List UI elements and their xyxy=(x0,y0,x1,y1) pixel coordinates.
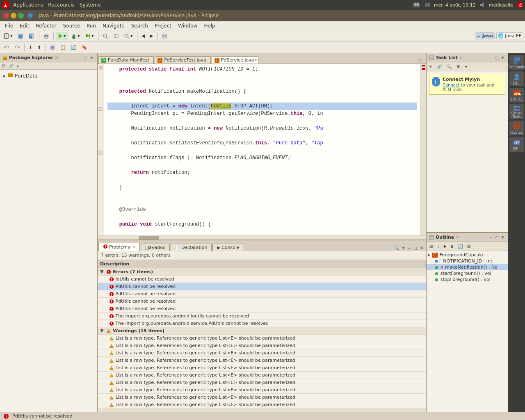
back-button[interactable]: ◀ xyxy=(139,32,147,40)
side-icon-java-ee[interactable]: Java EE xyxy=(509,121,524,135)
minimize-editor-button[interactable]: − xyxy=(412,58,417,64)
error-row-5[interactable]: ! The import org.puredata.android.ioutil… xyxy=(98,313,426,320)
open-type-button[interactable] xyxy=(100,32,110,40)
menu-refactor[interactable]: Refactor xyxy=(32,22,59,30)
menu-source[interactable]: Source xyxy=(60,22,83,30)
maximize-bottom-button[interactable]: □ xyxy=(413,245,418,251)
view-menu-button[interactable]: ▾ xyxy=(89,55,94,61)
redo-button[interactable] xyxy=(12,44,22,51)
error-row-3[interactable]: ! PdUtils cannot be resolved xyxy=(98,298,426,305)
menu-run[interactable]: Run xyxy=(83,22,99,30)
close-bottom-button[interactable]: ✕ xyxy=(419,245,425,251)
undo-button[interactable] xyxy=(2,44,11,51)
task-menu-button[interactable]: ▾ xyxy=(463,63,469,70)
error-row-0[interactable]: ! IoUtils cannot be resolved xyxy=(98,276,426,283)
outline-synch-button[interactable]: 🔄 xyxy=(456,243,465,250)
menu-project[interactable]: Project xyxy=(151,22,175,30)
synch-button[interactable]: 🔄 xyxy=(69,43,79,51)
side-icon-ed[interactable]: Ed... xyxy=(509,71,524,86)
menu-window[interactable]: Window xyxy=(175,22,201,30)
java-perspective[interactable]: ☕ Java xyxy=(475,32,495,39)
warning-row-0[interactable]: ! List is a raw type. References to gene… xyxy=(98,335,426,342)
error-row-6[interactable]: ! The import org.puredata.android.servic… xyxy=(98,320,426,327)
warning-row-3[interactable]: ! List is a raw type. References to gene… xyxy=(98,357,426,364)
warning-row-6[interactable]: ! List is a raw type. References to gene… xyxy=(98,379,426,386)
errors-group-header[interactable]: ▼ ! Errors (7 items) xyxy=(98,268,426,276)
outline-view-menu[interactable]: ▾ xyxy=(500,234,505,240)
warnings-group-header[interactable]: ▼ ! Warnings (15 items) xyxy=(98,327,426,335)
task-filter-button[interactable]: 🔍 xyxy=(445,63,454,70)
bookmark-button[interactable]: 🔖 xyxy=(80,43,89,51)
code-editor[interactable]: protected static final int NOTIFICATION_… xyxy=(104,64,420,235)
build-button[interactable] xyxy=(48,43,57,52)
outline-sort-button[interactable]: ↕ xyxy=(435,243,441,250)
outline-item-makenotification[interactable]: ● ✕ makeNotification() : No xyxy=(427,264,508,270)
side-icon-server-tools[interactable]: Server Tools xyxy=(509,104,524,119)
menu-systeme[interactable]: Système xyxy=(80,2,101,8)
maximize-editor-button[interactable]: □ xyxy=(418,58,423,64)
problems-hscroll[interactable] xyxy=(98,408,426,412)
tab-puredata-manifest[interactable]: A PureData Manifest xyxy=(98,56,154,64)
search-button[interactable]: ▾ xyxy=(122,32,135,40)
warnings-collapse-icon[interactable]: ▼ xyxy=(100,328,103,333)
side-icon-jsf[interactable]: JSF JSF... xyxy=(509,137,524,152)
warning-row-2[interactable]: ! List is a raw type. References to gene… xyxy=(98,349,426,357)
tree-item-puredata[interactable]: ▸ PureData xyxy=(0,71,97,80)
error-row-2[interactable]: ! PdUtils cannot be resolved xyxy=(98,290,426,298)
tab-pdservicetest[interactable]: J PdServiceTest.java xyxy=(155,56,210,64)
open-task-button[interactable]: 📋 xyxy=(58,43,68,51)
next-annotation-button[interactable]: ⬇ xyxy=(27,43,34,51)
side-icon-xml[interactable]: XML XML T... xyxy=(509,88,524,103)
warning-row-8[interactable]: ! List is a raw type. References to gene… xyxy=(98,394,426,401)
task-settings-button[interactable]: ⚙ xyxy=(454,63,462,70)
outline-item-notification-id[interactable]: F NOTIFICATION_ID : Int xyxy=(427,258,508,264)
outline-close-icon[interactable]: ✕ xyxy=(456,235,459,240)
tab-close-icon[interactable]: ✕ xyxy=(254,58,257,62)
tab-javadoc[interactable]: J Javadoc xyxy=(141,244,170,251)
outline-item-startforeground[interactable]: ● startForeground() : voi xyxy=(427,270,508,276)
warning-row-9[interactable]: ! List is a raw type. References to gene… xyxy=(98,401,426,408)
close-button[interactable] xyxy=(3,13,9,18)
tab-pdservice[interactable]: J PdService.java ✕ xyxy=(212,56,259,64)
menu-edit[interactable]: Edit xyxy=(16,22,32,30)
minimize-button[interactable] xyxy=(11,13,16,18)
minimize-task-button[interactable]: − xyxy=(488,55,493,61)
menu-navigate[interactable]: Navigate xyxy=(99,22,128,30)
maximize-outline-button[interactable]: □ xyxy=(494,234,500,240)
task-link-button[interactable]: 🔗 xyxy=(435,63,444,70)
side-icon-community[interactable]: Community xyxy=(509,55,524,70)
tab-declaration[interactable]: 📄 Declaration xyxy=(171,244,212,251)
run-dropdown[interactable]: ▾ xyxy=(56,32,68,40)
prev-annotation-button[interactable]: ⬆ xyxy=(35,43,43,51)
package-explorer-close[interactable]: ✕ xyxy=(55,55,58,60)
task-view-menu[interactable]: ▾ xyxy=(500,55,505,61)
menu-search[interactable]: Search xyxy=(128,22,151,30)
mylyn-connect-link[interactable]: Connect xyxy=(443,83,459,87)
editor-right-scrollbar[interactable] xyxy=(420,64,426,235)
outline-hide-static-button[interactable]: S̶ xyxy=(449,243,455,250)
forward-button[interactable]: ▶ xyxy=(148,32,155,40)
menu-file[interactable]: File xyxy=(2,22,16,30)
save-all-button[interactable] xyxy=(26,32,37,40)
new-button[interactable]: ▾ xyxy=(2,32,15,40)
tab-console[interactable]: ▶ Console xyxy=(212,244,244,251)
open-resource-button[interactable] xyxy=(111,32,121,40)
perspective-button[interactable] xyxy=(160,32,169,40)
outline-item-foreground[interactable]: ▸ C ForegroundCupcake xyxy=(427,252,508,258)
minimize-panel-button[interactable]: − xyxy=(78,55,82,61)
run-last-button[interactable]: ▾ xyxy=(83,32,96,40)
warning-row-7[interactable]: ! List is a raw type. References to gene… xyxy=(98,386,426,394)
menu-help[interactable]: Help xyxy=(201,22,218,30)
problems-filter-button[interactable]: ▾ xyxy=(401,245,406,251)
errors-collapse-icon[interactable]: ▼ xyxy=(100,269,103,274)
java-ee-perspective[interactable]: 🌐 Java EE xyxy=(496,32,523,39)
save-button[interactable] xyxy=(16,32,25,40)
maximize-panel-button[interactable]: □ xyxy=(83,55,89,61)
menu-applications[interactable]: Applications xyxy=(13,2,43,8)
maximize-button[interactable] xyxy=(18,13,24,18)
collapse-all-button[interactable]: ⊟ xyxy=(1,63,7,68)
debug-dropdown[interactable]: ▾ xyxy=(69,32,82,40)
task-new-button[interactable]: + xyxy=(427,63,434,70)
warning-row-1[interactable]: ! List is a raw type. References to gene… xyxy=(98,342,426,349)
outline-expand-button[interactable]: ⊞ xyxy=(465,243,472,250)
